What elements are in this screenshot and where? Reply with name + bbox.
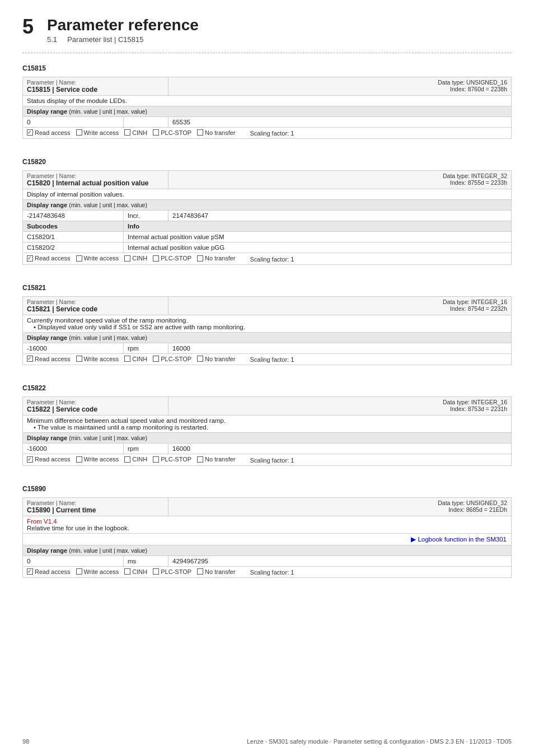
- param-header-row: Parameter | Name:C15822 | Service codeDa…: [23, 397, 512, 416]
- from-version: From V1.4: [27, 518, 507, 525]
- no-transfer-checkbox: No transfer: [197, 255, 235, 262]
- param-header-row: Parameter | Name:C15820 | Internal actua…: [23, 171, 512, 189]
- cinh-checkbox: CINH: [124, 568, 147, 575]
- description-row: From V1.4Relative time for use in the lo…: [23, 516, 512, 533]
- display-min: 0: [23, 556, 124, 566]
- param-description: Status display of the module LEDs.: [23, 95, 512, 106]
- param-anchor-C15821: C15821: [22, 284, 512, 292]
- footer-row: Read accessWrite accessCINHPLC-STOPNo tr…: [23, 127, 512, 139]
- description-row: Status display of the module LEDs.: [23, 95, 512, 106]
- cinh-checkbox: CINH: [124, 456, 147, 463]
- display-unit: Incr.: [124, 211, 168, 221]
- param-anchor-C15890: C15890: [22, 485, 512, 493]
- footer-row: Read accessWrite accessCINHPLC-STOPNo tr…: [23, 253, 512, 265]
- param-label: Parameter | Name:: [27, 500, 77, 506]
- scaling-factor: Scaling factor: 1: [250, 457, 294, 464]
- display-range-header: Display range (min. value | unit | max. …: [23, 433, 512, 444]
- display-range-header: Display range (min. value | unit | max. …: [23, 106, 512, 116]
- data-type-cell: Data type: INTEGER_16Index: 8754d = 2232…: [168, 296, 512, 315]
- write-access-checkbox: Write access: [76, 456, 119, 463]
- info-header: Info: [124, 221, 512, 232]
- param-description: Relative time for use in the logbook.: [27, 525, 507, 531]
- data-type-cell: Data type: INTEGER_16Index: 8753d = 2231…: [168, 397, 512, 416]
- param-header-row: Parameter | Name:C15890 | Current timeDa…: [23, 497, 512, 516]
- subcode-code: C15820/1: [23, 232, 124, 242]
- read-access-checkbox: Read access: [27, 456, 71, 463]
- display-max: 4294967295: [168, 556, 512, 566]
- display-min: -16000: [23, 444, 124, 454]
- display-range-header: Display range (min. value | unit | max. …: [23, 200, 512, 211]
- data-type-cell: Data type: INTEGER_32Index: 8755d = 2233…: [168, 171, 512, 189]
- display-range-header-row: Display range (min. value | unit | max. …: [23, 433, 512, 444]
- footer-row: Read accessWrite accessCINHPLC-STOPNo tr…: [23, 566, 512, 578]
- section-divider: [22, 53, 512, 53]
- display-unit: rpm: [124, 343, 168, 353]
- plc-stop-checkbox: PLC-STOP: [153, 129, 191, 136]
- param-name: C15890 | Current time: [27, 506, 164, 514]
- display-max: 16000: [168, 444, 512, 454]
- param-name: C15822 | Service code: [27, 405, 164, 413]
- subcode-info: Internal actual position value pGG: [124, 242, 512, 253]
- param-name: C15820 | Internal actual position value: [27, 179, 164, 187]
- param-name-cell: Parameter | Name:C15820 | Internal actua…: [23, 171, 168, 189]
- write-access-checkbox: Write access: [76, 129, 119, 136]
- plc-stop-checkbox: PLC-STOP: [153, 356, 191, 362]
- display-range-row: -16000rpm16000: [23, 444, 512, 454]
- subcodes-header: Subcodes: [23, 221, 124, 232]
- scaling-factor: Scaling factor: 1: [250, 130, 294, 137]
- param-description: Minimum difference between actual speed …: [27, 417, 507, 424]
- display-min: -16000: [23, 343, 124, 353]
- display-min: -2147483648: [23, 211, 124, 221]
- display-max: 16000: [168, 343, 512, 353]
- link-row: ▶ Logbook function in the SM301: [23, 533, 512, 545]
- display-range-row: -2147483648Incr.2147483647: [23, 211, 512, 221]
- display-range-row: 065535: [23, 116, 512, 127]
- param-table-C15822: Parameter | Name:C15822 | Service codeDa…: [22, 396, 512, 466]
- display-range-header-row: Display range (min. value | unit | max. …: [23, 106, 512, 116]
- subcode-code: C15820/2: [23, 242, 124, 253]
- write-access-checkbox: Write access: [76, 255, 119, 262]
- display-max: 65535: [168, 116, 512, 127]
- param-table-C15821: Parameter | Name:C15821 | Service codeDa…: [22, 296, 512, 366]
- param-label: Parameter | Name:: [27, 79, 77, 86]
- param-name-cell: Parameter | Name:C15815 | Service code: [23, 77, 168, 95]
- param-name-cell: Parameter | Name:C15822 | Service code: [23, 397, 168, 416]
- no-transfer-checkbox: No transfer: [197, 129, 235, 136]
- page-header: 5 Parameter reference 5.1 Parameter list…: [22, 17, 512, 44]
- param-label: Parameter | Name:: [27, 172, 77, 179]
- data-type-cell: Data type: UNSIGNED_32Index: 8685d = 21E…: [168, 497, 512, 516]
- description-row: Display of internal position values.: [23, 189, 512, 200]
- footer-row: Read accessWrite accessCINHPLC-STOPNo tr…: [23, 353, 512, 365]
- page-footer: 98 Lenze · SM301 safety module · Paramet…: [0, 738, 534, 745]
- data-type-cell: Data type: UNSIGNED_16Index: 8760d = 223…: [168, 77, 512, 95]
- display-min: 0: [23, 116, 124, 127]
- param-anchor-C15820: C15820: [22, 158, 512, 166]
- cinh-checkbox: CINH: [124, 255, 147, 262]
- subcodes-header-row: SubcodesInfo: [23, 221, 512, 232]
- chapter-number: 5: [22, 17, 34, 37]
- param-name-cell: Parameter | Name:C15890 | Current time: [23, 497, 168, 516]
- no-transfer-checkbox: No transfer: [197, 356, 235, 362]
- display-unit: ms: [124, 556, 168, 566]
- plc-stop-checkbox: PLC-STOP: [153, 456, 191, 463]
- subcode-row: C15820/2Internal actual position value p…: [23, 242, 512, 253]
- display-range-header: Display range (min. value | unit | max. …: [23, 545, 512, 556]
- scaling-factor: Scaling factor: 1: [250, 256, 294, 263]
- params-container: C15815Parameter | Name:C15815 | Service …: [22, 64, 512, 592]
- chapter-subtitle: 5.1 Parameter list | C15815: [47, 35, 199, 44]
- cinh-checkbox: CINH: [124, 129, 147, 136]
- display-range-header: Display range (min. value | unit | max. …: [23, 332, 512, 343]
- page-number: 98: [22, 738, 29, 745]
- param-name-cell: Parameter | Name:C15821 | Service code: [23, 296, 168, 315]
- cinh-checkbox: CINH: [124, 356, 147, 362]
- logbook-link[interactable]: ▶ Logbook function in the SM301: [411, 536, 507, 543]
- display-range-row: -16000rpm16000: [23, 343, 512, 353]
- param-anchor-C15822: C15822: [22, 384, 512, 392]
- description-row: Currently monitored speed value of the r…: [23, 315, 512, 332]
- plc-stop-checkbox: PLC-STOP: [153, 568, 191, 575]
- no-transfer-checkbox: No transfer: [197, 456, 235, 463]
- param-table-C15815: Parameter | Name:C15815 | Service codeDa…: [22, 77, 512, 139]
- display-unit: [124, 116, 168, 127]
- read-access-checkbox: Read access: [27, 356, 71, 362]
- display-range-header-row: Display range (min. value | unit | max. …: [23, 545, 512, 556]
